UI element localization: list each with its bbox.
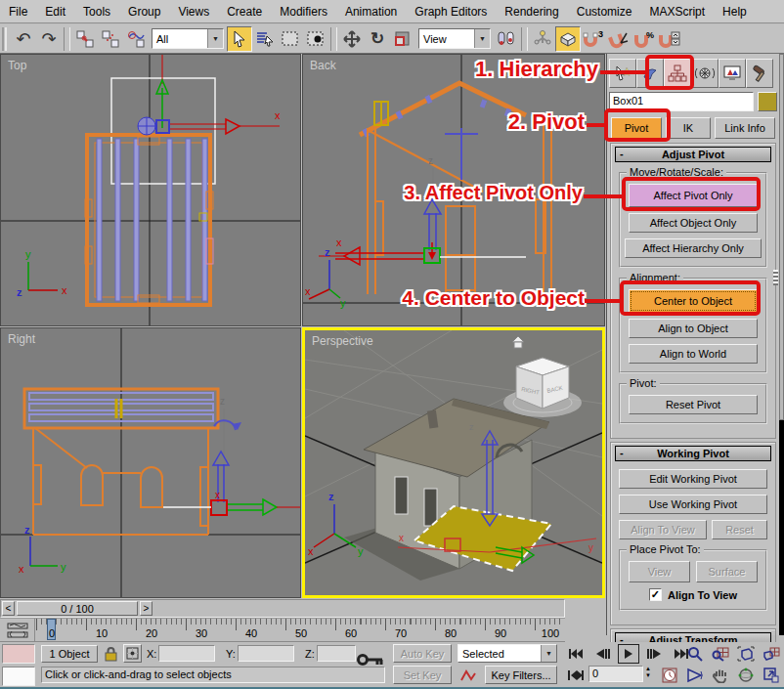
maxscript-mini-listener-white[interactable] (2, 667, 35, 686)
chevron-down-icon[interactable] (474, 29, 490, 48)
play-button-icon[interactable] (618, 644, 639, 664)
edit-working-pivot-button[interactable]: Edit Working Pivot (619, 469, 767, 489)
maximize-viewport-toggle-icon[interactable] (761, 666, 782, 685)
select-and-move-icon[interactable] (339, 26, 365, 52)
select-and-link-icon[interactable] (72, 26, 98, 52)
key-mode-dropdown[interactable]: Selected (457, 644, 557, 663)
utilities-tab-icon[interactable] (746, 59, 773, 88)
selection-filter-dropdown[interactable]: All (152, 28, 224, 49)
reset-pivot-button[interactable]: Reset Pivot (629, 395, 758, 414)
rectangular-selection-region-icon[interactable] (278, 26, 303, 52)
motion-tab-icon[interactable] (691, 59, 719, 88)
percent-snap-icon[interactable]: % (632, 26, 657, 52)
field-of-view-icon[interactable] (684, 666, 706, 685)
maxscript-mini-listener-pink[interactable] (2, 644, 35, 664)
select-and-scale-icon[interactable] (390, 26, 415, 52)
menu-create[interactable]: Create (218, 2, 271, 22)
snaps-toggle-3d-icon[interactable]: 3 (581, 26, 606, 52)
bind-to-spacewarp-icon[interactable] (123, 26, 149, 52)
menu-customize[interactable]: Customize (568, 2, 641, 22)
menu-views[interactable]: Views (169, 2, 218, 22)
keyboard-override-icon[interactable] (555, 26, 581, 52)
toolbar-grip[interactable] (2, 27, 7, 51)
display-tab-icon[interactable] (719, 59, 746, 88)
use-working-pivot-button[interactable]: Use Working Pivot (619, 495, 767, 514)
window-crossing-icon[interactable] (303, 26, 328, 52)
pan-hand-icon[interactable] (710, 666, 731, 685)
time-configuration-icon[interactable] (659, 666, 680, 685)
menu-help[interactable]: Help (714, 2, 756, 22)
menu-modifiers[interactable]: Modifiers (271, 2, 336, 22)
select-object-icon[interactable] (227, 26, 252, 52)
key-filters-button[interactable]: Key Filters... (485, 666, 557, 684)
zoom-icon[interactable] (684, 644, 706, 664)
time-slider-button[interactable]: 0 / 100 (17, 601, 138, 616)
z-coordinate-field[interactable] (317, 645, 356, 662)
zoom-all-icon[interactable] (710, 644, 731, 664)
reset-button[interactable]: Reset (712, 520, 767, 539)
affect-hierarchy-only-button[interactable]: Affect Hierarchy Only (625, 238, 762, 258)
viewport-right[interactable]: Right z (0, 327, 301, 598)
track-bar[interactable]: 0 10 20 30 40 50 60 70 80 90 100 (0, 619, 565, 642)
undo-icon[interactable] (11, 26, 36, 52)
align-to-object-button[interactable]: Align to Object (629, 319, 758, 338)
absolute-offset-toggle-icon[interactable] (123, 644, 142, 663)
menu-edit[interactable]: Edit (36, 2, 74, 22)
time-slider-prev[interactable]: < (2, 601, 15, 616)
spinner-snap-icon[interactable] (657, 26, 682, 52)
key-mode-toggle-icon[interactable] (565, 666, 587, 685)
menu-rendering[interactable]: Rendering (496, 2, 567, 22)
default-tangent-icon[interactable] (457, 666, 479, 685)
frame-spinner[interactable]: ▲▼ (645, 666, 651, 679)
set-key-button[interactable]: Set Key (393, 666, 452, 684)
affect-object-only-button[interactable]: Affect Object Only (629, 213, 758, 233)
mini-curve-editor-icon[interactable] (0, 619, 35, 642)
chevron-down-icon[interactable] (541, 645, 556, 662)
align-to-world-button[interactable]: Align to World (629, 344, 758, 364)
unlink-selection-icon[interactable] (98, 26, 123, 52)
working-pivot-rollout-header[interactable]: - Working Pivot (615, 446, 771, 461)
view-button[interactable]: View (629, 561, 690, 582)
align-to-view-checkbox[interactable] (649, 588, 662, 601)
zoom-extents-all-icon[interactable] (761, 644, 782, 664)
auto-key-button[interactable]: Auto Key (393, 644, 452, 663)
current-frame-field[interactable]: 0 (588, 666, 643, 682)
surface-button[interactable]: Surface (696, 561, 758, 582)
mirror-icon[interactable] (494, 26, 519, 52)
select-by-name-icon[interactable] (252, 26, 278, 52)
y-coordinate-field[interactable] (238, 645, 294, 662)
tab-link-info[interactable]: Link Info (715, 117, 775, 139)
previous-frame-icon[interactable] (592, 644, 614, 664)
collapse-icon[interactable]: - (620, 148, 624, 159)
selection-lock-icon[interactable] (100, 644, 121, 664)
next-frame-icon[interactable] (643, 644, 665, 664)
menu-tools[interactable]: Tools (74, 2, 119, 22)
redo-icon[interactable] (36, 26, 62, 52)
angle-snap-icon[interactable] (606, 26, 632, 52)
collapse-icon[interactable]: - (620, 447, 624, 458)
menu-file[interactable]: File (0, 2, 36, 22)
adjust-pivot-rollout-header[interactable]: - Adjust Pivot (615, 147, 771, 162)
tab-ik[interactable]: IK (666, 117, 711, 139)
timeline-ruler[interactable]: 0 10 20 30 40 50 60 70 80 90 100 (36, 619, 564, 642)
arc-rotate-icon[interactable] (735, 666, 757, 685)
panel-scrollbar-thumb[interactable] (779, 54, 784, 420)
time-slider-next[interactable]: > (140, 601, 152, 616)
panel-scrollbar[interactable] (779, 54, 784, 635)
x-coordinate-field[interactable] (158, 645, 215, 662)
viewport-top[interactable]: Top (0, 54, 301, 326)
viewport-perspective[interactable]: Perspective (302, 327, 605, 598)
object-color-swatch[interactable] (758, 92, 777, 111)
menu-graph-editors[interactable]: Graph Editors (406, 2, 496, 22)
menu-animation[interactable]: Animation (336, 2, 406, 22)
chevron-down-icon[interactable] (207, 29, 223, 48)
panel-resize-grip[interactable] (773, 270, 778, 285)
go-to-start-icon[interactable] (565, 644, 587, 664)
reference-coordinate-dropdown[interactable]: View (418, 28, 491, 49)
menu-maxscript[interactable]: MAXScript (640, 2, 714, 22)
select-and-rotate-icon[interactable] (365, 26, 390, 52)
menu-group[interactable]: Group (119, 2, 169, 22)
align-to-view-button[interactable]: Align To View (619, 520, 707, 539)
zoom-extents-icon[interactable] (735, 644, 757, 664)
select-and-manipulate-icon[interactable] (530, 26, 555, 52)
